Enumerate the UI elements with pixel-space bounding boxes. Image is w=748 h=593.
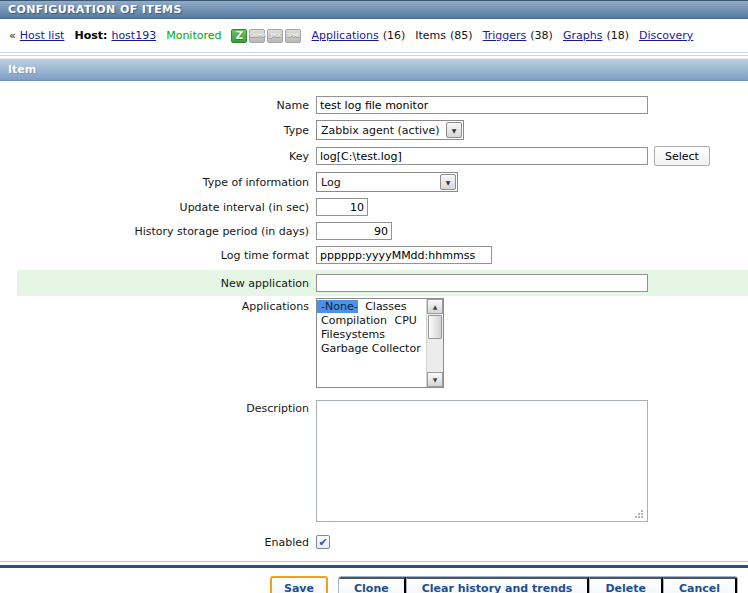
description-label: Description — [0, 400, 316, 415]
chevron-down-icon[interactable]: ▼ — [440, 174, 456, 190]
graphs-count: (18) — [606, 29, 629, 42]
snmp-status-icon: SNMP — [249, 29, 265, 43]
list-option-compilation[interactable]: Compilation — [317, 314, 387, 327]
nav-discovery: Discovery — [639, 29, 693, 42]
save-button[interactable]: Save — [270, 576, 328, 593]
update-interval-label: Update interval (in sec) — [0, 201, 316, 214]
items-label: Items — [415, 29, 446, 42]
scroll-up-icon[interactable]: ▲ — [427, 299, 443, 314]
zabbix-agent-status-icon: Z — [231, 29, 247, 43]
key-select-button[interactable]: Select — [654, 146, 710, 166]
type-of-information-row: Type of information Log ▼ — [0, 172, 748, 192]
items-count: (85) — [450, 29, 473, 42]
name-label: Name — [0, 99, 316, 112]
new-application-row: New application — [17, 270, 748, 296]
enabled-checkbox[interactable]: ✔ — [316, 535, 330, 549]
section-header: Item — [0, 58, 748, 81]
divider-line — [0, 53, 748, 56]
nav-triggers: Triggers (38) — [483, 29, 553, 42]
host-list-back: « Host list — [9, 29, 64, 42]
list-option-garbage-collector[interactable]: Garbage Collector — [317, 342, 421, 355]
type-of-information-label: Type of information — [0, 176, 316, 189]
secondary-button-group: Clone Clear history and trends Delete Ca… — [338, 576, 738, 593]
type-select[interactable]: Zabbix agent (active) ▼ — [316, 120, 464, 140]
clone-button[interactable]: Clone — [339, 577, 406, 593]
log-time-format-row: Log time format — [0, 246, 748, 264]
name-row: Name — [0, 96, 748, 114]
list-option-cpu[interactable]: CPU — [391, 314, 417, 327]
description-row: Description — [0, 400, 748, 525]
section-title: Item — [8, 63, 36, 76]
history-storage-input[interactable] — [316, 222, 392, 240]
history-storage-label: History storage period (in days) — [0, 225, 316, 238]
scroll-down-icon[interactable]: ▼ — [427, 372, 443, 387]
page-title-bar: CONFIGURATION OF ITEMS — [0, 0, 748, 19]
footer-buttons: Save Clone Clear history and trends Dele… — [270, 576, 748, 593]
nav-items-current: Items (85) — [415, 29, 472, 42]
nav-applications: Applications (16) — [311, 29, 405, 42]
nav-graphs: Graphs (18) — [563, 29, 629, 42]
list-option-classes[interactable]: Classes — [361, 300, 406, 313]
type-row: Type Zabbix agent (active) ▼ — [0, 120, 748, 140]
applications-label: Applications — [0, 298, 316, 313]
log-time-format-input[interactable] — [316, 246, 492, 264]
update-interval-input[interactable] — [316, 198, 368, 216]
triggers-count: (38) — [530, 29, 553, 42]
page-title: CONFIGURATION OF ITEMS — [8, 3, 182, 16]
checkmark-icon: ✔ — [318, 537, 327, 548]
ipmi-status-icon: IPMI — [285, 29, 301, 43]
list-option-none[interactable]: -None- — [317, 300, 358, 313]
host-info: Host: host193 — [74, 29, 156, 42]
host-status-badge: Monitored — [166, 29, 221, 42]
chevron-down-icon[interactable]: ▼ — [446, 122, 462, 138]
description-wrap — [316, 400, 648, 525]
back-chevron-icon: « — [9, 29, 16, 42]
key-label: Key — [0, 150, 316, 163]
history-storage-row: History storage period (in days) — [0, 222, 748, 240]
host-label: Host: — [74, 29, 107, 42]
discovery-link[interactable]: Discovery — [639, 29, 693, 42]
cancel-button[interactable]: Cancel — [663, 577, 737, 593]
jmx-status-icon: JMX — [267, 29, 283, 43]
update-interval-row: Update interval (in sec) — [0, 198, 748, 216]
name-input[interactable] — [316, 96, 648, 114]
list-option-filesystems[interactable]: Filesystems — [317, 328, 385, 341]
availability-icons: Z SNMP JMX IPMI — [231, 29, 301, 43]
enabled-label: Enabled — [0, 536, 316, 549]
delete-button[interactable]: Delete — [589, 577, 663, 593]
footer-divider — [0, 561, 748, 568]
description-textarea[interactable] — [316, 400, 648, 522]
item-form: Name Type Zabbix agent (active) ▼ Key Se… — [0, 81, 748, 551]
graphs-link[interactable]: Graphs — [563, 29, 602, 42]
listbox-scrollbar[interactable]: ▲ ▼ — [426, 299, 443, 387]
new-application-label: New application — [17, 277, 316, 290]
new-application-input[interactable] — [316, 274, 648, 292]
key-input[interactable] — [316, 147, 648, 165]
breadcrumb: « Host list Host: host193 Monitored Z SN… — [0, 19, 748, 53]
key-row: Key Select — [0, 146, 748, 166]
clear-history-button[interactable]: Clear history and trends — [406, 577, 590, 593]
triggers-link[interactable]: Triggers — [483, 29, 527, 42]
enabled-row: Enabled ✔ — [0, 533, 748, 551]
scrollbar-thumb[interactable] — [428, 315, 442, 339]
host-list-link[interactable]: Host list — [20, 29, 65, 42]
applications-options: -None- Classes Compilation CPU Filesyste… — [317, 299, 426, 387]
type-label: Type — [0, 124, 316, 137]
scrollbar-track[interactable] — [427, 340, 443, 372]
type-of-information-value: Log — [321, 176, 436, 189]
applications-count: (16) — [383, 29, 406, 42]
applications-link[interactable]: Applications — [311, 29, 378, 42]
type-select-value: Zabbix agent (active) — [321, 124, 442, 137]
resize-grip-icon[interactable] — [641, 516, 643, 518]
applications-listbox[interactable]: -None- Classes Compilation CPU Filesyste… — [316, 298, 444, 388]
log-time-format-label: Log time format — [0, 249, 316, 262]
type-of-information-select[interactable]: Log ▼ — [316, 172, 458, 192]
applications-row: Applications -None- Classes Compilation … — [0, 298, 748, 388]
host-name-link[interactable]: host193 — [111, 29, 156, 42]
